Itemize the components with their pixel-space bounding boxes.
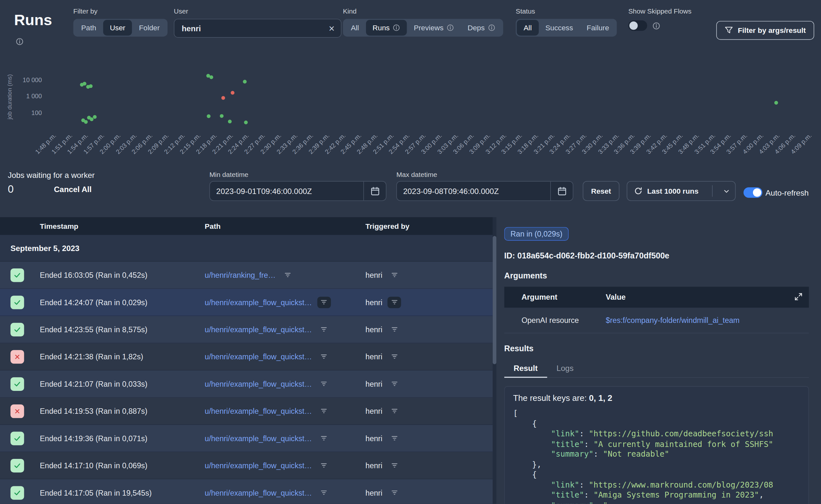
table-row[interactable]: Ended 14:17:10 (Ran in 0,069s)u/henri/ex… [0, 452, 493, 479]
success-check-icon [10, 431, 24, 445]
triggered-by-user: henri [365, 407, 382, 415]
run-point[interactable] [220, 114, 224, 118]
run-point[interactable] [83, 82, 86, 86]
filter-lines-icon [390, 353, 398, 360]
run-point[interactable] [90, 117, 93, 121]
table-scrollbar[interactable] [493, 217, 496, 504]
user-filter-icon[interactable] [387, 405, 401, 417]
run-id: ID: 018a654c-d062-fbb2-d100-59fa70df500e [504, 251, 809, 260]
scrollbar-thumb[interactable] [493, 236, 496, 364]
run-point[interactable] [221, 96, 225, 100]
user-filter-icon[interactable] [387, 324, 401, 335]
reset-button[interactable]: Reset [583, 181, 620, 201]
filter-lines-icon [320, 298, 327, 306]
path-filter-icon[interactable] [317, 378, 331, 390]
path-filter-icon[interactable] [317, 487, 331, 499]
user-filter-icon[interactable] [387, 378, 401, 390]
max-datetime-input[interactable] [397, 187, 551, 196]
run-point[interactable] [228, 120, 232, 123]
success-check-icon [10, 323, 24, 336]
user-filter-icon[interactable] [387, 432, 401, 444]
last-runs-label: Last 1000 runs [647, 187, 699, 195]
filter-lines-icon [284, 271, 291, 279]
user-filter-icon[interactable] [387, 269, 401, 281]
user-filter-icon[interactable] [387, 351, 401, 363]
run-path-link[interactable]: u/henri/example_flow_quickst… [205, 298, 312, 306]
triggered-by-user: henri [365, 461, 382, 470]
success-check-icon [10, 268, 24, 282]
scatter-points[interactable] [0, 0, 821, 131]
run-path-link[interactable]: u/henri/example_flow_quickst… [205, 380, 312, 388]
chevron-down-icon[interactable] [717, 181, 735, 200]
triggered-by-user: henri [365, 489, 382, 497]
failure-x-icon [10, 350, 24, 363]
run-timestamp: Ended 14:24:07 (Ran in 0,029s) [40, 298, 204, 306]
run-path-link[interactable]: u/henri/example_flow_quickst… [205, 434, 312, 442]
max-datetime-label: Max datetime [396, 170, 437, 178]
filter-lines-icon [320, 325, 327, 333]
triggered-by-user: henri [365, 380, 382, 388]
argument-name: OpenAI resource [522, 316, 606, 325]
run-path-link[interactable]: u/henri/ranking_fre… [205, 271, 276, 279]
run-point[interactable] [93, 115, 97, 119]
path-filter-icon[interactable] [281, 269, 294, 281]
max-datetime-field [396, 181, 573, 201]
run-point[interactable] [774, 101, 778, 105]
argument-value-link[interactable]: $res:f/company-folder/windmill_ai_team [606, 316, 809, 325]
col-value: Value [606, 293, 809, 301]
auto-refresh-toggle[interactable] [744, 187, 762, 198]
arguments-table-header: Argument Value [504, 287, 809, 308]
path-filter-icon[interactable] [317, 351, 331, 363]
min-datetime-label: Min datetime [209, 170, 248, 178]
path-filter-icon[interactable] [317, 296, 331, 308]
cancel-all-button[interactable]: Cancel All [51, 184, 94, 194]
filter-lines-icon [390, 380, 398, 388]
path-filter-icon[interactable] [317, 405, 331, 417]
path-filter-icon[interactable] [317, 324, 331, 335]
col-timestamp: Timestamp [40, 222, 204, 230]
filter-lines-icon [390, 434, 398, 442]
run-path-link[interactable]: u/henri/example_flow_quickst… [205, 325, 312, 334]
path-filter-icon[interactable] [317, 460, 331, 471]
table-row[interactable]: Ended 14:17:05 (Ran in 19,545s)u/henri/e… [0, 479, 493, 504]
tab-logs[interactable]: Logs [547, 359, 583, 377]
arguments-table: Argument Value OpenAI resource $res:f/co… [504, 287, 809, 334]
result-viewer[interactable]: The result keys are: 0, 1, 2 [ { "link":… [504, 386, 809, 504]
calendar-icon[interactable] [551, 181, 573, 200]
run-path-link[interactable]: u/henri/example_flow_quickst… [205, 489, 312, 497]
table-row[interactable]: Ended 14:19:53 (Ran in 0,887s)u/henri/ex… [0, 398, 493, 425]
run-point[interactable] [209, 75, 213, 79]
result-json: [ { "link": "https://github.com/deadbeef… [513, 409, 800, 504]
filter-lines-icon [320, 380, 327, 388]
last-runs-button[interactable]: Last 1000 runs [627, 181, 736, 201]
date-group-row: September 5, 2023 [0, 235, 493, 262]
table-row[interactable]: Ended 14:19:36 (Ran in 0,071s)u/henri/ex… [0, 425, 493, 452]
run-point[interactable] [244, 121, 248, 124]
run-timestamp: Ended 14:17:05 (Ran in 19,545s) [40, 489, 204, 497]
col-path: Path [205, 222, 365, 230]
filter-lines-icon [320, 434, 327, 442]
run-path-link[interactable]: u/henri/example_flow_quickst… [205, 407, 312, 415]
user-filter-icon[interactable] [387, 460, 401, 471]
run-point[interactable] [230, 91, 234, 95]
table-row[interactable]: Ended 16:03:05 (Ran in 0,452s)u/henri/ra… [0, 262, 493, 289]
run-point[interactable] [89, 84, 93, 88]
min-datetime-field [209, 181, 386, 201]
calendar-icon[interactable] [363, 181, 386, 200]
min-datetime-input[interactable] [210, 187, 363, 196]
table-row[interactable]: Ended 14:21:07 (Ran in 0,033s)u/henri/ex… [0, 371, 493, 398]
user-filter-icon[interactable] [387, 296, 401, 308]
run-path-link[interactable]: u/henri/example_flow_quickst… [205, 353, 312, 361]
table-row[interactable]: Ended 14:21:38 (Ran in 1,82s)u/henri/exa… [0, 343, 493, 370]
run-point[interactable] [243, 80, 247, 84]
expand-icon[interactable] [794, 293, 803, 301]
run-point[interactable] [84, 120, 88, 124]
table-row[interactable]: Ended 14:23:55 (Ran in 8,575s)u/henri/ex… [0, 316, 493, 343]
user-filter-icon[interactable] [387, 487, 401, 499]
run-point[interactable] [207, 114, 210, 118]
path-filter-icon[interactable] [317, 432, 331, 444]
run-path-link[interactable]: u/henri/example_flow_quickst… [205, 461, 312, 470]
tab-result[interactable]: Result [504, 359, 547, 378]
filter-lines-icon [320, 407, 327, 415]
table-row[interactable]: Ended 14:24:07 (Ran in 0,029s)u/henri/ex… [0, 289, 493, 316]
